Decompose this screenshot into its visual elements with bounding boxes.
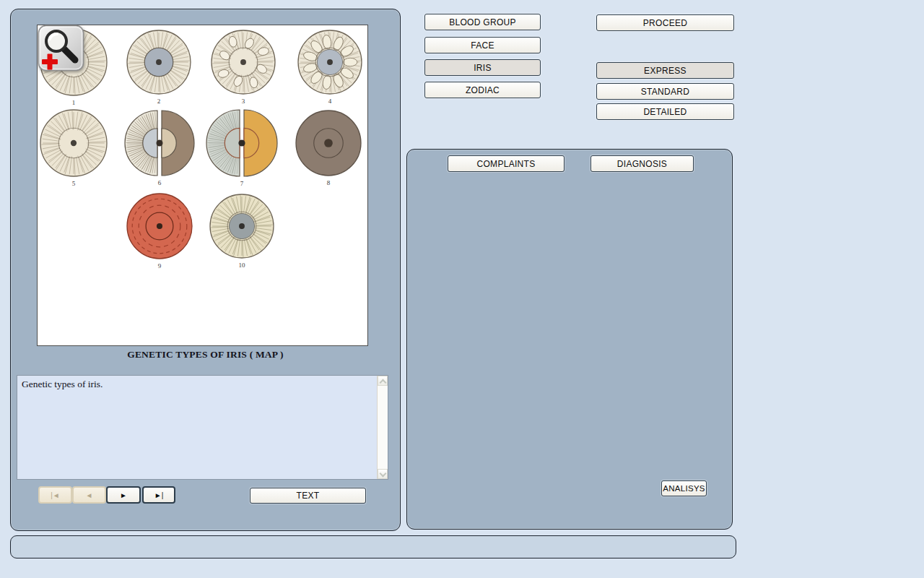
blood-group-button[interactable]: BLOOD GROUP	[424, 14, 541, 30]
svg-text:5: 5	[72, 180, 76, 187]
analisys-button[interactable]: ANALISYS	[661, 480, 707, 496]
genetic-iris-types-figure: 12345678910	[38, 25, 367, 345]
svg-text:4: 4	[328, 98, 332, 105]
face-button[interactable]: FACE	[424, 37, 541, 53]
iris-map-panel: 12345678910	[10, 9, 401, 531]
complaints-button[interactable]: COMPLAINTS	[448, 155, 565, 172]
scroll-down-icon[interactable]	[378, 469, 388, 479]
zodiac-button[interactable]: ZODIAC	[424, 82, 541, 98]
nav-next-icon: ►	[120, 491, 127, 499]
scroll-up-icon[interactable]	[378, 376, 388, 386]
results-panel	[406, 149, 733, 530]
nav-last-button[interactable]: ►|	[142, 486, 175, 504]
svg-text:9: 9	[158, 262, 162, 269]
description-text: Genetic types of iris.	[22, 379, 373, 390]
iris-button[interactable]: IRIS	[424, 59, 541, 76]
description-memo[interactable]: Genetic types of iris.	[17, 375, 388, 480]
status-bar	[10, 535, 736, 558]
svg-text:3: 3	[242, 98, 245, 105]
zoom-in-icon[interactable]	[38, 25, 85, 72]
svg-text:1: 1	[72, 99, 76, 106]
diagnosis-button[interactable]: DIAGNOSIS	[590, 155, 694, 172]
iris-map-image: 12345678910	[37, 25, 368, 346]
iridology-app-window: 12345678910	[0, 0, 924, 578]
detailed-button[interactable]: DETAILED	[596, 103, 734, 120]
svg-text:7: 7	[240, 180, 244, 187]
text-button[interactable]: TEXT	[250, 488, 366, 504]
nav-previous-icon: ◄	[86, 491, 93, 499]
standard-button[interactable]: STANDARD	[596, 83, 734, 100]
express-button[interactable]: EXPRESS	[596, 62, 734, 79]
nav-last-icon: ►|	[154, 491, 164, 499]
iris-map-caption: GENETIC TYPES OF IRIS ( MAP )	[11, 349, 400, 361]
proceed-button[interactable]: PROCEED	[596, 14, 734, 31]
memo-scrollbar[interactable]	[377, 376, 388, 479]
svg-text:2: 2	[157, 98, 161, 105]
nav-first-icon: |◄	[51, 491, 60, 499]
svg-text:10: 10	[239, 262, 246, 269]
svg-text:6: 6	[158, 179, 162, 186]
nav-first-button: |◄	[38, 486, 72, 504]
nav-next-button[interactable]: ►	[106, 486, 141, 504]
nav-previous-button: ◄	[72, 486, 106, 504]
svg-text:8: 8	[327, 179, 331, 186]
